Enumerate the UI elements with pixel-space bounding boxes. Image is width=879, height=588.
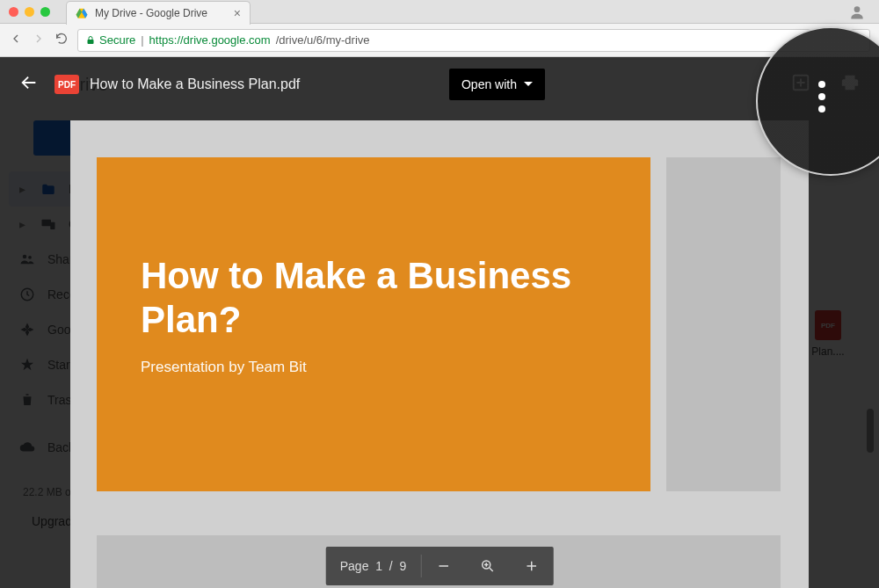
browser-titlebar: My Drive - Google Drive ×: [0, 0, 879, 24]
secure-indicator: Secure: [85, 33, 135, 47]
slide-subtitle: Presentation by Team Bit: [141, 359, 607, 376]
lock-icon: [85, 35, 96, 46]
preview-filename: How to Make a Business Plan.pdf: [90, 76, 300, 92]
svg-rect-4: [88, 40, 94, 44]
profile-icon[interactable]: [848, 4, 866, 25]
nav-reload-icon[interactable]: [54, 32, 69, 49]
open-with-button[interactable]: Open with: [449, 69, 545, 100]
zoom-out-button[interactable]: [421, 547, 465, 585]
secure-label: Secure: [99, 33, 135, 47]
window-controls: [9, 7, 50, 17]
back-arrow-icon[interactable]: [19, 73, 39, 96]
close-window-button[interactable]: [9, 7, 18, 17]
page-label: Page: [340, 559, 369, 573]
page-sep: /: [389, 559, 393, 573]
tab-close-icon[interactable]: ×: [234, 7, 241, 19]
browser-tab[interactable]: My Drive - Google Drive ×: [66, 1, 251, 25]
svg-point-3: [854, 6, 861, 12]
slide-title: How to Make a Business Plan?: [141, 254, 607, 343]
drive-favicon-icon: [76, 7, 88, 19]
tab-title: My Drive - Google Drive: [95, 7, 207, 19]
page-total: 9: [399, 559, 406, 573]
url-field[interactable]: Secure | https://drive.google.com/drive/…: [77, 29, 870, 52]
document-viewport[interactable]: How to Make a Business Plan? Presentatio…: [70, 120, 809, 588]
chevron-down-icon: [524, 77, 533, 91]
nav-forward-icon[interactable]: [32, 32, 46, 49]
slide-page-1: How to Make a Business Plan? Presentatio…: [97, 157, 650, 491]
slide-sidebar-area: [666, 157, 781, 491]
minimize-window-button[interactable]: [25, 7, 34, 17]
nav-back-icon[interactable]: [9, 32, 23, 49]
zoom-reset-button[interactable]: [465, 547, 509, 585]
pdf-badge-icon: PDF: [54, 75, 79, 94]
zoom-in-button[interactable]: [509, 547, 553, 585]
more-options-icon[interactable]: [818, 81, 825, 113]
url-host: https://drive.google.com: [149, 33, 271, 47]
open-with-label: Open with: [461, 77, 517, 91]
browser-address-bar: Secure | https://drive.google.com/drive/…: [0, 24, 879, 57]
maximize-window-button[interactable]: [40, 7, 50, 17]
page-current: 1: [375, 559, 382, 573]
page-controls-bar: Page 1 / 9: [326, 547, 554, 585]
preview-topbar: PDF How to Make a Business Plan.pdf Open…: [0, 57, 879, 112]
url-path: /drive/u/6/my-drive: [276, 33, 370, 47]
